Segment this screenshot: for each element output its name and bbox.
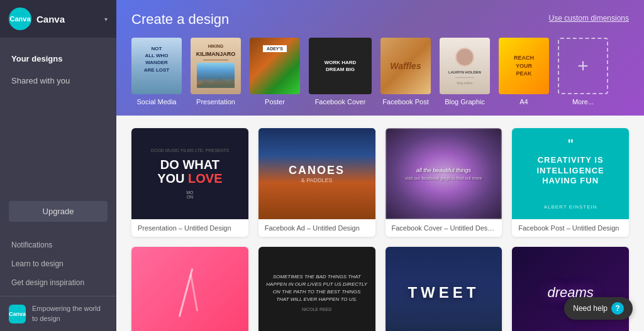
sidebar-chevron-icon: ▾ (104, 16, 108, 23)
blog-graphic-thumb: LAURYN HOLDEN blog author (440, 38, 490, 94)
design-card-dark-quote[interactable]: SOMETIMES THE BAD THINGS THAT HAPPEN IN … (258, 247, 375, 331)
sidebar-links: Notifications Learn to design Get design… (0, 232, 116, 296)
design-type-facebook-cover[interactable]: WORK HARDDREAM BIG Facebook Cover (309, 38, 372, 106)
design-type-a4[interactable]: REACHYOURPEAK A4 (499, 38, 549, 106)
design-card-pink-thumb (131, 247, 248, 331)
facebook-post-thumb: Waffles (380, 38, 431, 94)
presentation-thumb: HIKING KILIMANJARO (191, 38, 241, 94)
a4-thumb: REACHYOURPEAK (499, 38, 549, 94)
upgrade-button[interactable]: Upgrade (9, 201, 108, 222)
social-media-label: Social Media (137, 98, 177, 106)
design-types-row: NOTALL WHOWANDERARE LOST Social Media HI… (131, 38, 629, 106)
design-card-facebook-ad-label: Facebook Ad – Untitled Design (258, 219, 375, 237)
design-type-more[interactable]: + More... (558, 38, 608, 106)
design-card-presentation[interactable]: GOOD MUSIC FILMS LTD. PRESENTS DO WHATYO… (131, 128, 248, 237)
design-card-tweet[interactable]: TWEET (386, 247, 502, 331)
design-card-facebook-post-teal-label: Facebook Post – Untitled Design (512, 219, 629, 237)
a4-label: A4 (519, 98, 528, 106)
social-media-thumb: NOTALL WHOWANDERARE LOST (131, 38, 182, 94)
sidebar-item-notifications[interactable]: Notifications (0, 236, 116, 254)
footer-canva-logo-icon: Canva (9, 305, 26, 323)
design-card-facebook-cover-thumb: all the beautiful things visit our faceb… (386, 128, 502, 219)
footer-tagline: Empowering the world to design (32, 304, 108, 323)
poster-thumb: ADEY'S (250, 38, 300, 94)
sidebar-item-get-design-inspiration[interactable]: Get design inspiration (0, 273, 116, 292)
facebook-post-label: Facebook Post (382, 98, 428, 106)
more-label: More... (572, 98, 594, 106)
design-card-facebook-post-teal[interactable]: " CREATIVITY ISINTELLIGENCEHAVING FUN AL… (512, 128, 629, 237)
sidebar-item-your-designs[interactable]: Your designs (0, 48, 116, 70)
design-type-poster[interactable]: ADEY'S Poster (250, 38, 300, 106)
sidebar-header[interactable]: Canva Canva ▾ (0, 0, 116, 38)
sidebar-item-shared-with-you[interactable]: Shared with you (0, 70, 116, 92)
sidebar-nav: Your designs Shared with you (0, 38, 116, 119)
designs-grid: GOOD MUSIC FILMS LTD. PRESENTS DO WHATYO… (131, 128, 629, 331)
design-card-presentation-label: Presentation – Untitled Design (131, 219, 248, 237)
design-card-facebook-cover[interactable]: all the beautiful things visit our faceb… (386, 128, 502, 237)
sidebar-item-learn-to-design[interactable]: Learn to design (0, 254, 116, 273)
facebook-cover-label: Facebook Cover (315, 98, 366, 106)
main-content: Create a design Use custom dimensions NO… (116, 0, 644, 331)
design-card-tweet-thumb: TWEET (386, 247, 502, 331)
design-card-facebook-post-teal-thumb: " CREATIVITY ISINTELLIGENCEHAVING FUN AL… (512, 128, 629, 219)
sidebar-brand-name: Canva (36, 14, 99, 24)
canva-logo-icon: Canva (9, 8, 31, 30)
help-icon: ? (611, 302, 624, 315)
presentation-label: Presentation (196, 98, 235, 106)
need-help-label: Need help (573, 304, 608, 313)
design-card-facebook-ad-thumb: CANOES & PADDLES (258, 128, 375, 219)
need-help-button[interactable]: Need help ? (564, 297, 633, 320)
sidebar-footer: Canva Empowering the world to design (0, 296, 116, 331)
facebook-cover-thumb: WORK HARDDREAM BIG (309, 38, 372, 94)
design-card-pink[interactable] (131, 247, 248, 331)
sidebar-upgrade-section: Upgrade (9, 201, 108, 222)
design-card-presentation-thumb: GOOD MUSIC FILMS LTD. PRESENTS DO WHATYO… (131, 128, 248, 219)
design-type-blog-graphic[interactable]: LAURYN HOLDEN blog author Blog Graphic (440, 38, 490, 106)
design-card-facebook-ad[interactable]: CANOES & PADDLES Facebook Ad – Untitled … (258, 128, 375, 237)
more-thumb: + (558, 38, 608, 94)
designs-area: GOOD MUSIC FILMS LTD. PRESENTS DO WHATYO… (116, 116, 644, 331)
design-card-facebook-cover-label: Facebook Cover – Untitled Design (386, 219, 502, 237)
design-header: Create a design Use custom dimensions NO… (116, 0, 644, 116)
sidebar: Canva Canva ▾ Your designs Shared with y… (0, 0, 116, 331)
design-type-social-media[interactable]: NOTALL WHOWANDERARE LOST Social Media (131, 38, 182, 106)
poster-label: Poster (265, 98, 285, 106)
custom-dimensions-link[interactable]: Use custom dimensions (549, 14, 629, 23)
design-card-dark-quote-thumb: SOMETIMES THE BAD THINGS THAT HAPPEN IN … (258, 247, 375, 331)
design-type-facebook-post[interactable]: Waffles Facebook Post (380, 38, 431, 106)
blog-graphic-label: Blog Graphic (445, 98, 485, 106)
design-type-presentation[interactable]: HIKING KILIMANJARO Presentation (191, 38, 241, 106)
